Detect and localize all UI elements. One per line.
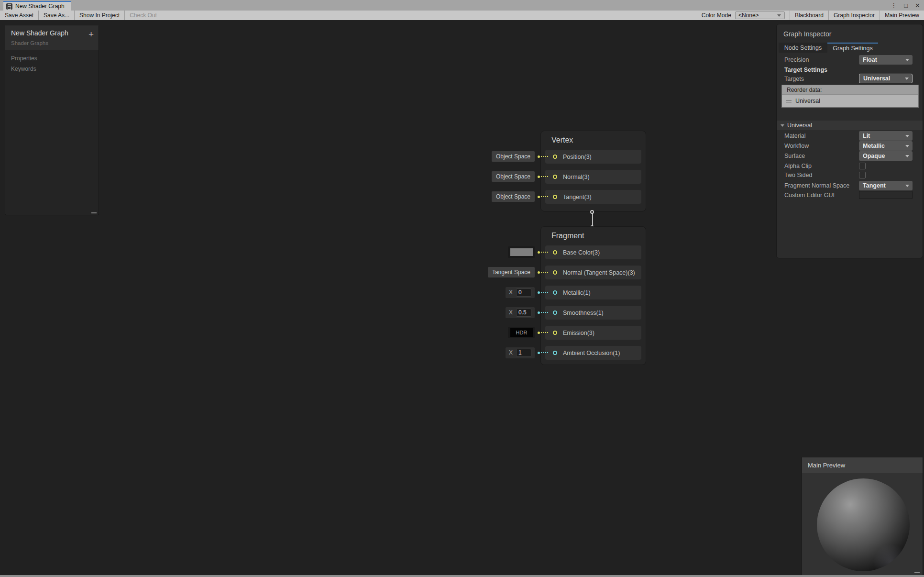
reorder-item-universal[interactable]: Universal xyxy=(782,94,918,107)
add-property-button[interactable]: + xyxy=(88,30,94,39)
vertex-node-title: Vertex xyxy=(551,136,573,144)
vertex-position-slot: Position(3) xyxy=(545,150,641,164)
chevron-down-icon xyxy=(905,185,909,187)
two-sided-checkbox[interactable] xyxy=(859,172,866,178)
connector-dot xyxy=(538,291,540,294)
blackboard-resize-handle[interactable] xyxy=(91,212,97,213)
connector-dot xyxy=(538,251,540,254)
fragment-node-title: Fragment xyxy=(551,232,584,240)
ambient-occlusion-value-field[interactable]: 1 xyxy=(516,349,531,357)
preview-sphere[interactable] xyxy=(817,478,910,571)
alpha-clip-checkbox[interactable] xyxy=(859,163,866,169)
vertex-node[interactable]: Vertex Position(3) Normal(3) Tangent(3) xyxy=(540,131,646,211)
blackboard-section-keywords[interactable]: Keywords xyxy=(11,66,36,72)
window-maximize-icon[interactable]: □ xyxy=(904,2,908,9)
surface-dropdown[interactable]: Opaque xyxy=(859,151,913,161)
tangent-input-port[interactable] xyxy=(553,195,557,199)
fragment-normal-space-dropdown[interactable]: Tangent xyxy=(859,181,913,190)
connector-dash xyxy=(541,332,548,333)
precision-dropdown[interactable]: Float xyxy=(859,55,913,65)
tangent-space-pill[interactable]: Tangent Space xyxy=(488,267,535,277)
blackboard-toggle-button[interactable]: Blackboard xyxy=(790,11,828,20)
workflow-label: Workflow xyxy=(784,143,809,149)
smoothness-input-port[interactable] xyxy=(553,311,557,315)
main-preview-toggle-button[interactable]: Main Preview xyxy=(880,11,924,20)
material-label: Material xyxy=(784,133,805,139)
normal-space-pill[interactable]: Object Space xyxy=(492,171,535,182)
workflow-dropdown[interactable]: Metallic xyxy=(859,141,913,151)
edge-output-cap xyxy=(590,210,594,214)
precision-label: Precision xyxy=(784,56,809,63)
tangent-space-control: Object Space xyxy=(492,191,548,202)
tab-node-settings[interactable]: Node Settings xyxy=(779,43,827,53)
metallic-value-field[interactable]: 0 xyxy=(516,288,531,297)
connector-dash xyxy=(541,312,548,313)
normal-ts-space-control: Tangent Space xyxy=(488,266,548,278)
normal-ts-input-port[interactable] xyxy=(553,270,557,275)
main-preview-viewport[interactable] xyxy=(802,473,923,575)
base-color-swatch[interactable] xyxy=(508,246,535,258)
drag-handle-icon[interactable] xyxy=(786,100,792,102)
emission-input-port[interactable] xyxy=(553,331,557,335)
fragment-node[interactable]: Fragment Base Color(3) Normal (Tangent S… xyxy=(540,226,646,365)
universal-foldout[interactable]: Universal xyxy=(777,121,923,130)
position-input-port[interactable] xyxy=(553,155,557,159)
connector-dot xyxy=(538,332,540,334)
blackboard-panel: New Shader Graph + Shader Graphs Propert… xyxy=(5,25,99,215)
chevron-down-icon xyxy=(905,78,909,80)
graph-canvas[interactable]: New Shader Graph + Shader Graphs Propert… xyxy=(0,20,924,575)
custom-editor-gui-field[interactable] xyxy=(859,191,913,199)
preview-resize-handle[interactable] xyxy=(914,572,920,573)
chevron-down-icon xyxy=(777,14,781,17)
window-more-icon[interactable]: ⋮ xyxy=(891,2,897,9)
graph-inspector-toggle-button[interactable]: Graph Inspector xyxy=(829,11,880,20)
position-space-pill[interactable]: Object Space xyxy=(492,151,535,162)
main-preview-panel: Main Preview xyxy=(802,457,923,575)
normal-input-port[interactable] xyxy=(553,175,557,179)
save-asset-button[interactable]: Save Asset xyxy=(0,11,38,20)
base-color-input-port[interactable] xyxy=(553,250,557,255)
chevron-down-icon xyxy=(905,145,909,147)
blackboard-section-properties[interactable]: Properties xyxy=(11,55,37,62)
save-as-button[interactable]: Save As... xyxy=(39,11,74,20)
emission-slot: Emission(3) xyxy=(545,326,641,340)
connector-dot xyxy=(538,352,540,354)
material-dropdown[interactable]: Lit xyxy=(859,131,913,141)
tab-new-shader-graph[interactable]: New Shader Graph xyxy=(3,1,71,11)
ambient-occlusion-input-port[interactable] xyxy=(553,351,557,355)
metallic-input-port[interactable] xyxy=(553,290,557,295)
chevron-down-icon xyxy=(905,155,909,157)
smoothness-value-field[interactable]: 0.5 xyxy=(516,309,531,317)
foldout-arrow-icon xyxy=(781,124,784,127)
emission-control: HDR xyxy=(508,327,548,338)
shader-graph-window: New Shader Graph ⋮ □ ✕ Save Asset Save A… xyxy=(0,0,924,577)
connector-dot xyxy=(538,271,540,274)
target-settings-heading: Target Settings xyxy=(784,67,827,73)
connector-dot xyxy=(538,196,540,198)
tab-graph-settings[interactable]: Graph Settings xyxy=(827,43,878,53)
reorder-data-header: Reorder data: xyxy=(782,85,918,94)
ambient-occlusion-slot: Ambient Occlusion(1) xyxy=(545,346,641,360)
base-color-swatch-fill xyxy=(510,248,533,256)
main-preview-title: Main Preview xyxy=(808,462,845,469)
connector-dash xyxy=(541,176,548,177)
targets-dropdown[interactable]: Universal xyxy=(859,74,913,83)
vertex-tangent-slot: Tangent(3) xyxy=(545,190,641,204)
tangent-space-pill[interactable]: Object Space xyxy=(492,191,535,202)
toolbar: Save Asset Save As... Show In Project Ch… xyxy=(0,11,924,20)
smoothness-slot: Smoothness(1) xyxy=(545,306,641,320)
connector-dash xyxy=(541,272,548,273)
emission-hdr-swatch[interactable]: HDR xyxy=(508,327,535,338)
custom-editor-gui-label: Custom Editor GUI xyxy=(784,192,835,199)
base-color-slot: Base Color(3) xyxy=(545,245,641,259)
blackboard-title: New Shader Graph xyxy=(11,29,68,37)
window-close-icon[interactable]: ✕ xyxy=(915,2,920,9)
show-in-project-button[interactable]: Show In Project xyxy=(75,11,124,20)
connector-dash xyxy=(541,292,548,293)
tab-title: New Shader Graph xyxy=(15,3,65,10)
color-mode-label: Color Mode xyxy=(698,11,735,20)
color-mode-dropdown[interactable]: <None> xyxy=(735,11,785,19)
vertex-normal-slot: Normal(3) xyxy=(545,170,641,184)
fragment-normal-space-label: Fragment Normal Space xyxy=(784,182,849,189)
check-out-button: Check Out xyxy=(125,11,162,20)
